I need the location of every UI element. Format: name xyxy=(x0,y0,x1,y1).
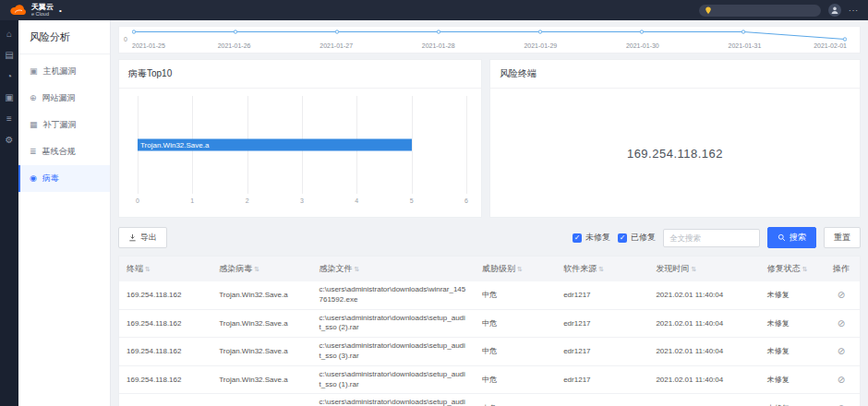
sidebar-item-病毒[interactable]: ◉病毒 xyxy=(18,165,110,192)
filter-unfixed-checkbox[interactable]: ✓ 未修复 xyxy=(573,232,610,244)
operation-icon[interactable]: ⊘ xyxy=(838,290,845,300)
col-terminal[interactable]: 终端⇅ xyxy=(119,257,211,281)
checkbox-checked-icon: ✓ xyxy=(573,233,582,243)
cell-operation: ⊘ xyxy=(823,394,860,406)
export-button[interactable]: 导出 xyxy=(118,227,167,248)
cell-status: 未修复 xyxy=(760,365,823,394)
risk-terminal-value[interactable]: 169.254.118.162 xyxy=(490,89,860,219)
cell-operation: ⊘ xyxy=(823,281,860,309)
topbar-search-box[interactable] xyxy=(699,5,821,17)
cell-source: edr1217 xyxy=(556,365,648,394)
settings-icon[interactable]: ⚙ xyxy=(6,136,14,145)
timeline-date-label: 2021-01-31 xyxy=(729,42,762,49)
col-source[interactable]: 软件来源⇅ xyxy=(556,257,648,281)
sidebar-item-label: 基线合规 xyxy=(42,146,76,158)
cell-virus: Trojan.Win32.Save.a xyxy=(211,338,311,366)
host-icon[interactable]: ▣ xyxy=(5,93,13,102)
reset-button[interactable]: 重置 xyxy=(824,227,861,248)
cell-status: 未修复 xyxy=(760,338,823,366)
virus-bar-plot: Trojan.Win32.Save.a xyxy=(138,96,466,194)
cell-virus: Trojan.Win32.Save.a xyxy=(211,394,311,406)
gridline xyxy=(412,96,413,194)
cell-virus: Trojan.Win32.Save.a xyxy=(211,309,311,338)
col-file[interactable]: 感染文件⇅ xyxy=(312,257,475,281)
timeline-date-label: 2021-01-26 xyxy=(218,42,251,49)
cell-time: 2021.02.01 11:40:04 xyxy=(648,365,759,394)
table-row[interactable]: 169.254.118.162 Trojan.Win32.Save.a c:\u… xyxy=(119,394,860,406)
apps-icon[interactable]: ▤ xyxy=(5,51,13,60)
sidebar-item-主机漏洞[interactable]: ▣主机漏洞 xyxy=(18,58,110,85)
col-time[interactable]: 发现时间⇅ xyxy=(648,257,759,281)
sort-icon[interactable]: ⇅ xyxy=(517,266,523,272)
table-row[interactable]: 169.254.118.162 Trojan.Win32.Save.a c:\u… xyxy=(119,309,860,338)
table-row[interactable]: 169.254.118.162 Trojan.Win32.Save.a c:\u… xyxy=(119,281,860,309)
cell-status: 未修复 xyxy=(760,281,823,309)
cell-level: 中危 xyxy=(475,365,556,394)
sort-icon[interactable]: ⇅ xyxy=(598,266,604,272)
brand-subname: e Cloud xyxy=(31,11,54,17)
cell-time: 2021.02.01 11:40:04 xyxy=(648,281,759,309)
cell-operation: ⊘ xyxy=(823,338,860,366)
sidebar-item-补丁漏洞[interactable]: ▦补丁漏洞 xyxy=(18,112,110,138)
monitor-icon[interactable]: ◔ xyxy=(6,72,12,81)
sort-icon[interactable]: ⇅ xyxy=(355,266,360,272)
axis-tick-label: 0 xyxy=(136,197,139,204)
operation-icon[interactable]: ⊘ xyxy=(838,346,845,356)
table-row[interactable]: 169.254.118.162 Trojan.Win32.Save.a c:\u… xyxy=(119,338,860,366)
cell-operation: ⊘ xyxy=(823,365,860,394)
list-icon[interactable]: ≡ xyxy=(6,114,12,124)
cell-level: 中危 xyxy=(475,309,556,338)
axis-tick-label: 5 xyxy=(410,197,414,204)
operation-icon[interactable]: ⊘ xyxy=(838,318,845,328)
cell-virus: Trojan.Win32.Save.a xyxy=(211,365,311,394)
website-vuln-icon: ⊕ xyxy=(30,94,37,102)
patch-vuln-icon: ▦ xyxy=(30,121,38,129)
host-vuln-icon: ▣ xyxy=(30,67,38,76)
virus-bar[interactable]: Trojan.Win32.Save.a xyxy=(138,139,412,151)
sidebar-menu: ▣主机漏洞⊕网站漏洞▦补丁漏洞≣基线合规◉病毒 xyxy=(18,54,110,192)
location-pin-icon xyxy=(705,6,712,15)
table-header-row: 终端⇅ 感染病毒⇅ 感染文件⇅ 威胁级别⇅ 软件来源⇅ 发现时间⇅ 修复状态⇅ … xyxy=(119,257,860,281)
checkbox-checked-icon: ✓ xyxy=(618,233,627,243)
cell-file: c:\users\administrator\downloads\setup_a… xyxy=(312,394,475,406)
operation-icon[interactable]: ⊘ xyxy=(838,375,845,385)
sort-icon[interactable]: ⇅ xyxy=(691,266,696,272)
search-button[interactable]: 搜索 xyxy=(767,227,816,248)
sidebar-item-网站漏洞[interactable]: ⊕网站漏洞 xyxy=(18,85,110,112)
risk-terminal-panel: 风险终端 169.254.118.162 xyxy=(489,59,861,218)
user-avatar[interactable] xyxy=(828,4,841,17)
sort-icon[interactable]: ⇅ xyxy=(145,266,151,272)
cell-status: 未修复 xyxy=(760,309,823,338)
download-icon xyxy=(128,233,137,242)
filter-fixed-checkbox[interactable]: ✓ 已修复 xyxy=(618,232,656,244)
cloud-logo-icon xyxy=(9,5,28,16)
col-status[interactable]: 修复状态⇅ xyxy=(760,257,823,281)
user-label[interactable]: ··· xyxy=(849,6,859,15)
timeline-date-label: 2021-01-27 xyxy=(319,42,353,49)
cell-terminal: 169.254.118.162 xyxy=(119,309,211,338)
virus-top10-title: 病毒Top10 xyxy=(119,60,481,89)
risk-terminal-title: 风险终端 xyxy=(490,60,860,89)
table-row[interactable]: 169.254.118.162 Trojan.Win32.Save.a c:\u… xyxy=(119,365,860,394)
sort-icon[interactable]: ⇅ xyxy=(802,266,808,272)
timeline-line-chart[interactable] xyxy=(132,30,847,42)
table-toolbar: 导出 ✓ 未修复 ✓ 已修复 搜索 重置 xyxy=(118,227,861,248)
sidebar-item-label: 补丁漏洞 xyxy=(43,119,77,131)
col-level[interactable]: 威胁级别⇅ xyxy=(475,257,556,281)
cell-status: 未修复 xyxy=(760,394,823,406)
home-icon[interactable]: ⌂ xyxy=(6,30,12,39)
fulltext-search-input[interactable] xyxy=(663,229,760,247)
cell-source: edr1217 xyxy=(556,309,648,338)
topbar-right: ··· xyxy=(699,4,859,17)
cell-source: edr1217 xyxy=(556,394,648,406)
gridline xyxy=(466,96,467,194)
panels-row: 病毒Top10 Trojan.Win32.Save.a 0123456 风险终端… xyxy=(118,59,861,218)
timeline-zero-label: 0 xyxy=(124,36,127,42)
timeline-date-label: 2021-02-01 xyxy=(814,42,847,49)
sidebar-item-基线合规[interactable]: ≣基线合规 xyxy=(18,138,110,165)
virus-top10-panel: 病毒Top10 Trojan.Win32.Save.a 0123456 xyxy=(118,59,482,218)
col-virus[interactable]: 感染病毒⇅ xyxy=(211,257,311,281)
brand-logo[interactable]: 天翼云 e Cloud • xyxy=(9,4,62,18)
cell-terminal: 169.254.118.162 xyxy=(119,365,211,394)
sort-icon[interactable]: ⇅ xyxy=(254,266,259,272)
